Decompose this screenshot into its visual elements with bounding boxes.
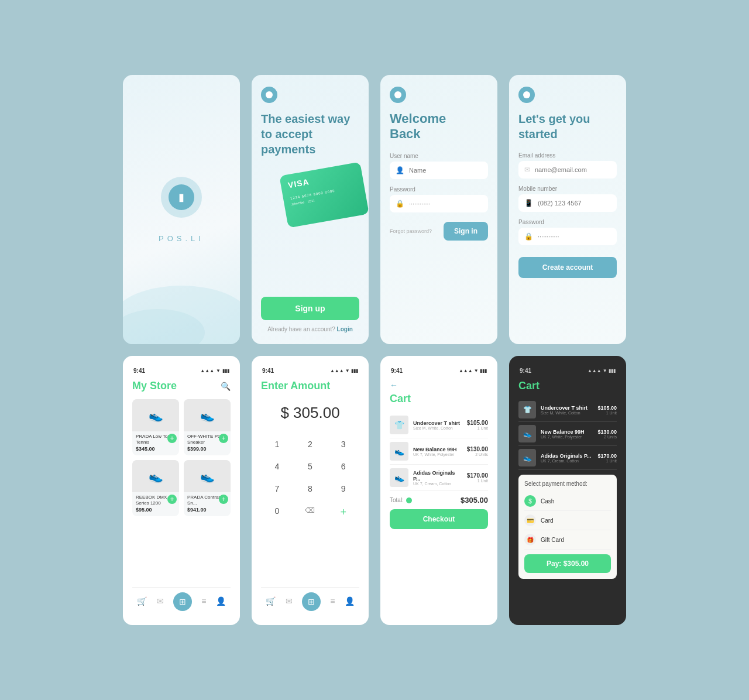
numpad-0[interactable]: 0 (261, 500, 293, 524)
cart-title: Cart (390, 393, 488, 405)
logo-icon: ▮ (169, 184, 194, 210)
enter-amount-title: Enter Amount (261, 380, 359, 392)
getstarted-title: Let's get you started (518, 111, 617, 142)
search-icon[interactable]: 🔍 (221, 382, 231, 391)
welcome-title: Welcome Back (390, 111, 488, 142)
gift-label: Gift Card (541, 537, 564, 543)
numpad-1[interactable]: 1 (261, 434, 293, 455)
nav-mail-store[interactable]: ✉ (157, 596, 164, 607)
forgot-password-link[interactable]: Forgot password? (390, 228, 432, 234)
cart-item-qty-3: 1 Unit (467, 479, 488, 483)
nav-profile-store[interactable]: 👤 (216, 596, 226, 607)
cart-item-price-3: $170.00 (467, 472, 488, 479)
lock-icon: 🔒 (396, 200, 404, 208)
login-link[interactable]: Login (337, 326, 353, 332)
nav-cart-amount[interactable]: 🛒 (266, 596, 276, 607)
numpad-3[interactable]: 3 (327, 434, 359, 455)
cart-name-dark-2: New Balance 99H (541, 429, 593, 435)
nav-settings-store[interactable]: ≡ (201, 596, 206, 607)
nav-settings-amount[interactable]: ≡ (330, 596, 335, 607)
numpad-6[interactable]: 6 (327, 456, 359, 477)
mobile-input[interactable] (538, 200, 611, 207)
password-input-wrap: 🔒 (390, 195, 488, 212)
status-icons-cart: ▲▲▲ ▼ ▮▮▮ (459, 368, 487, 373)
status-bar-cart-dark: 9:41 ▲▲▲ ▼ ▮▮▮ (518, 368, 617, 374)
username-input[interactable] (409, 167, 482, 174)
bottom-nav-amount: 🛒 ✉ ⊞ ≡ 👤 (261, 587, 359, 613)
cart-item-qty-2: 2 Units (467, 452, 488, 457)
cart-sub-dark-3: UK 7, Cream, Cotton (541, 459, 593, 463)
nav-pos-store[interactable]: ⊞ (173, 592, 192, 611)
numpad-2[interactable]: 2 (294, 434, 327, 455)
status-icons-store: ▲▲▲ ▼ ▮▮▮ (200, 368, 229, 373)
cart-item-price-wrap-2: $130.00 2 Units (467, 446, 488, 457)
add-product-2-button[interactable]: + (219, 434, 228, 443)
numpad-5[interactable]: 5 (294, 456, 327, 477)
product-info-1: PRADA Low Top Tennis $345.00 + (132, 431, 179, 452)
cart-price-dark-2: $130.00 (597, 429, 617, 435)
cart-item-price-2: $130.00 (467, 446, 488, 452)
screen-my-store: 9:41 ▲▲▲ ▼ ▮▮▮ My Store 🔍 👟 PRADA Low To… (123, 356, 240, 625)
product-grid: 👟 PRADA Low Top Tennis $345.00 + 👟 OFF-W… (132, 399, 231, 516)
email-input[interactable] (535, 166, 611, 173)
cart-item-dark-3: 👟 Adidas Originals P... UK 7, Cream, Cot… (518, 446, 617, 470)
app-icon-top (261, 87, 277, 103)
payment-cash[interactable]: $ Cash (524, 492, 611, 511)
payment-card[interactable]: 💳 Card (524, 511, 611, 530)
brand-name: POS.LI (159, 234, 204, 243)
product-price-2: $399.00 (187, 446, 227, 452)
username-label: User name (390, 153, 488, 159)
signin-row: Forgot password? Sign in (390, 222, 488, 241)
card-label: Card (541, 517, 554, 524)
back-arrow-cart[interactable]: ← (390, 380, 398, 390)
create-account-button[interactable]: Create account (518, 257, 617, 278)
numpad-plus[interactable]: + (327, 500, 359, 524)
numpad-4[interactable]: 4 (261, 456, 293, 477)
visa-card: VISA 1234 5678 9000 0000 John Elbe 12/11 (279, 162, 369, 228)
cart-item-1: 👕 Undercover T shirt Size M, White, Cott… (390, 412, 488, 438)
checkout-button[interactable]: Checkout (390, 509, 488, 529)
signin-button[interactable]: Sign in (444, 222, 488, 241)
reg-password-input[interactable] (538, 233, 611, 240)
cart-name-dark-1: Undercover T shirt (541, 405, 593, 411)
cart-item-3: 👟 Adidas Originals P... UK 7, Cream, Cot… (390, 465, 488, 491)
product-img-3: 👟 (132, 460, 179, 492)
status-icons-cart-dark: ▲▲▲ ▼ ▮▮▮ (587, 368, 616, 373)
nav-pos-amount[interactable]: ⊞ (302, 592, 321, 611)
email-label: Email address (518, 152, 617, 159)
amount-display: $ 305.00 (261, 404, 359, 422)
screen-enter-amount: 9:41 ▲▲▲ ▼ ▮▮▮ Enter Amount $ 305.00 1 2… (252, 356, 369, 625)
numpad-9[interactable]: 9 (327, 478, 359, 499)
cart-item-qty-1: 1 Unit (467, 426, 488, 430)
payment-gift[interactable]: 🎁 Gift Card (524, 530, 611, 550)
product-img-4: 👟 (184, 460, 231, 492)
cart-item-name-2: New Balance 99H (413, 447, 462, 452)
cart-name-dark-3: Adidas Originals P... (541, 453, 593, 459)
time-cart: 9:41 (391, 368, 403, 374)
nav-profile-amount[interactable]: 👤 (345, 596, 355, 607)
signup-button[interactable]: Sign up (261, 297, 359, 320)
cart-title-dark: Cart (518, 380, 617, 392)
numpad-8[interactable]: 8 (294, 478, 327, 499)
pay-button[interactable]: Pay: $305.00 (524, 554, 611, 573)
numpad-7[interactable]: 7 (261, 478, 293, 499)
screen-signup: The easiest way to accept payments VISA … (252, 75, 369, 344)
nav-cart-store[interactable]: 🛒 (137, 596, 147, 607)
product-price-4: $941.00 (187, 507, 227, 513)
cart-item-dark-1: 👕 Undercover T shirt Size M, White, Cott… (518, 398, 617, 422)
cart-total-price: $305.00 (461, 496, 488, 505)
status-bar-cart: 9:41 ▲▲▲ ▼ ▮▮▮ (390, 368, 488, 374)
password-input[interactable] (409, 200, 482, 207)
numpad-backspace[interactable]: ⌫ (294, 500, 327, 524)
nav-mail-amount[interactable]: ✉ (286, 596, 293, 607)
cart-item-sub-1: Size M, White, Cotton (413, 426, 462, 430)
cart-item-price-1: $105.00 (467, 420, 488, 426)
mobile-input-wrap: 📱 (518, 194, 617, 212)
product-price-1: $345.00 (136, 446, 176, 452)
add-product-1-button[interactable]: + (167, 434, 177, 443)
time-cart-dark: 9:41 (520, 368, 531, 374)
cash-label: Cash (541, 498, 554, 505)
cart-price-wrap-dark-1: $105.00 1 Unit (597, 405, 617, 415)
cart-sub-dark-1: Size M, White, Cotton (541, 411, 593, 415)
cart-item-price-wrap-1: $105.00 1 Unit (467, 420, 488, 430)
